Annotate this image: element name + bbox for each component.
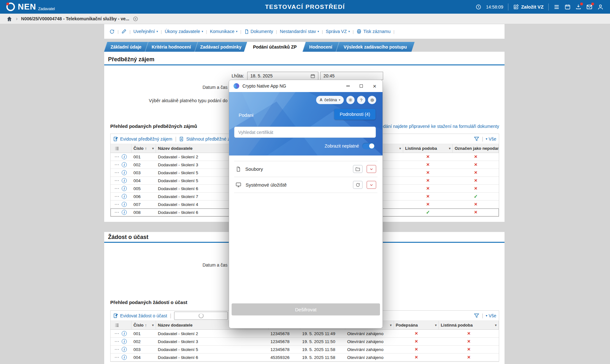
tab-hodnoceni[interactable]: Hodnocení [304, 42, 337, 52]
column-oznacen-nepodany[interactable]: Označen jako nepodaný▾ [453, 144, 499, 153]
breadcrumb-record[interactable]: N006/25/V00004748 - Telekomunikační služ… [21, 16, 129, 21]
filter-icon[interactable] [474, 136, 479, 142]
column-listinna-podoba[interactable]: Listinná podoba▾ [403, 144, 453, 153]
filter-icon[interactable] [474, 313, 479, 319]
tab-zadavaci-podminky[interactable]: Zadávací podmínky [196, 42, 246, 52]
documents-note-link[interactable]: y podání najdete připravené ke stažení n… [375, 124, 499, 129]
column-selector[interactable] [111, 144, 132, 153]
theme-toggle-button[interactable] [346, 96, 355, 104]
show-invalid-toggle[interactable] [362, 143, 375, 149]
row-menu-icon[interactable]: ⋯ [114, 347, 119, 352]
close-button[interactable]: × [368, 81, 381, 91]
help-button[interactable]: ? [357, 96, 365, 104]
zadost-row[interactable]: ⋯i004Dodavatel - školení 64535932619. 5.… [111, 354, 499, 361]
user-icon[interactable] [597, 4, 604, 10]
row-menu-icon[interactable]: ⋯ [114, 354, 119, 360]
dialog-titlebar[interactable]: Crypto Native App NG × [229, 80, 383, 92]
info-icon[interactable]: i [122, 162, 127, 167]
column-selector[interactable] [111, 321, 132, 329]
zadost-row[interactable]: ⋯i003Dodavatel - školení 51234567819. 5.… [111, 346, 499, 354]
info-icon[interactable]: i [122, 355, 127, 360]
info-icon[interactable]: i [122, 202, 127, 207]
browse-folder-button[interactable] [353, 165, 363, 173]
calendar-icon[interactable] [565, 4, 571, 10]
close-record-icon[interactable] [133, 16, 138, 22]
filter-caret-icon[interactable]: ▾ [434, 323, 437, 327]
mail-icon[interactable] [586, 4, 593, 10]
tab-podani-ucastniku-zp[interactable]: Podání účastníků ZP [246, 42, 304, 52]
column-cislo[interactable]: Číslo↑▾ [132, 144, 156, 153]
filter-caret-icon[interactable]: ▾ [151, 147, 154, 150]
info-icon[interactable]: i [122, 194, 127, 199]
row-menu-icon[interactable]: ⋯ [114, 178, 119, 183]
language-selector[interactable]: A čeština ▾ [316, 96, 344, 104]
home-icon[interactable] [6, 16, 12, 22]
info-icon[interactable]: i [122, 210, 127, 215]
edit-icon[interactable] [121, 29, 126, 34]
expand-soubory-button[interactable] [367, 165, 376, 173]
toolbar-dokumenty[interactable]: Dokumenty [244, 29, 273, 34]
cell-datum: 19. 5. 2025 11:58 [300, 347, 345, 352]
row-menu-icon[interactable]: ⋯ [114, 194, 119, 199]
minimize-button[interactable] [341, 81, 355, 91]
list-item-systemove-uloziste[interactable]: Systémové úložiště [234, 177, 377, 193]
toolbar-tisk-zaznamu[interactable]: Tisk záznamu [356, 29, 390, 34]
info-icon[interactable]: i [122, 331, 127, 336]
row-menu-icon[interactable]: ⋯ [114, 170, 119, 175]
nen-logo-icon[interactable] [6, 3, 15, 11]
row-menu-icon[interactable]: ⋯ [114, 339, 119, 344]
info-icon[interactable]: i [122, 339, 127, 344]
tab-kriteria-hodnoceni[interactable]: Kritéria hodnocení [146, 42, 196, 52]
column-cislo[interactable]: Číslo↑▾ [132, 321, 156, 329]
row-menu-icon[interactable]: ⋯ [114, 202, 119, 207]
lhuta-time-field[interactable]: 20:45 [320, 72, 383, 80]
row-menu-icon[interactable]: ⋯ [114, 186, 119, 191]
toolbar-ukony-zadavatele[interactable]: Úkony zadavatele▾ [165, 29, 203, 34]
vse-filter-button[interactable]: ▾Vše [486, 313, 496, 318]
zadost-row[interactable]: ⋯i002Dodavatel - školení 31234567819. 5.… [111, 338, 499, 346]
toolbar-sprava-vz[interactable]: Správa VZ▾ [326, 29, 350, 34]
download-icon[interactable] [575, 4, 581, 10]
decrypt-button[interactable]: Dešifrovat [232, 303, 380, 315]
info-icon[interactable]: i [122, 170, 127, 175]
info-icon[interactable]: i [122, 186, 127, 191]
toolbar-uverejneni[interactable]: Uveřejnění▾ [133, 29, 158, 34]
row-menu-icon[interactable]: ⋯ [114, 154, 119, 160]
filter-caret-icon[interactable]: ▾ [448, 147, 451, 150]
cell-ico: 12345678 [268, 331, 300, 336]
zadost-row[interactable]: ⋯i001Dodavatel - školení 21234567819. 5.… [111, 330, 499, 338]
info-icon[interactable]: i [122, 347, 127, 352]
column-listinna-podoba[interactable]: Listinná podoba▾ [439, 321, 499, 329]
menu-icon[interactable] [553, 4, 560, 10]
tab-zakladni-udaje[interactable]: Základní údaje [105, 42, 146, 52]
toolbar-nestandardni-stav[interactable]: Nestandardní stav▾ [280, 29, 319, 34]
details-button[interactable]: Podrobnosti (4) [334, 109, 376, 120]
cell-cislo: 001 [132, 155, 156, 159]
row-menu-icon[interactable]: ⋯ [114, 209, 119, 215]
row-menu-icon[interactable]: ⋯ [114, 162, 119, 168]
tab-vysledek-zadavaciho-postupu[interactable]: Výsledek zadávacího postupu [337, 42, 413, 52]
row-menu-icon[interactable]: ⋯ [114, 331, 119, 336]
maximize-button[interactable] [355, 81, 368, 91]
info-icon[interactable]: i [122, 154, 127, 159]
column-podepsana[interactable]: Podepsána▾ [394, 321, 439, 329]
create-vz-button[interactable]: Založit VZ [513, 4, 544, 10]
evidovat-predbezny-link[interactable]: Evidovat předběžný zájem [113, 136, 172, 142]
filter-caret-icon[interactable]: ▾ [151, 323, 154, 327]
vse-filter-button[interactable]: ▾Vše [486, 136, 496, 142]
filter-caret-icon[interactable]: ▾ [494, 323, 497, 327]
lhuta-date-field[interactable]: 18. 5. 2025 [247, 72, 318, 80]
info-icon[interactable]: i [122, 178, 127, 183]
reload-storage-button[interactable] [353, 181, 363, 189]
certificate-search-input[interactable] [238, 130, 372, 135]
filter-caret-icon[interactable]: ▾ [398, 147, 401, 150]
search-input[interactable] [174, 312, 228, 320]
list-item-soubory[interactable]: Soubory [234, 161, 377, 177]
expand-uloziste-button[interactable] [367, 181, 376, 189]
toolbar-komunikace[interactable]: Komunikace▾ [210, 29, 238, 34]
filter-caret-icon[interactable]: ▾ [389, 323, 392, 327]
evidovat-zadost-link[interactable]: Evidovat žádost o účast [113, 313, 167, 318]
refresh-icon[interactable] [109, 29, 115, 34]
settings-button[interactable] [368, 96, 376, 104]
calendar-icon[interactable] [310, 74, 315, 78]
